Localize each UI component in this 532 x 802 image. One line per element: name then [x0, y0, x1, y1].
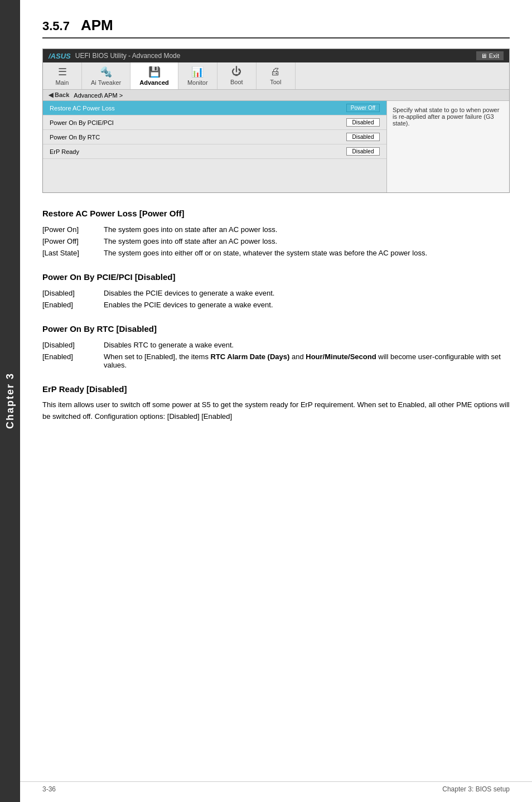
nav-tool-label: Tool: [270, 79, 281, 85]
nav-advanced-label: Advanced: [139, 79, 169, 86]
nav-main[interactable]: ☰ Main: [43, 62, 82, 89]
nav-boot-label: Boot: [230, 79, 243, 85]
tool-icon: 🖨: [270, 66, 280, 78]
monitor-icon: 📊: [191, 66, 204, 78]
doc-heading-restore-ac: Restore AC Power Loss [Power Off]: [42, 209, 510, 218]
table-row: [Last State] The system goes into either…: [42, 247, 510, 259]
main-icon: ☰: [58, 66, 67, 78]
menu-item-erp-ready[interactable]: ErP Ready Disabled: [43, 144, 386, 159]
exit-icon: 🖥: [481, 52, 487, 59]
bios-nav: ☰ Main 🔩 Ai Tweaker 💾 Advanced 📊 Monitor…: [43, 62, 509, 90]
erp-ready-value: Disabled: [346, 147, 380, 156]
doc-table-power-rtc: [Disabled] Disables RTC to generate a wa…: [42, 339, 510, 371]
main-content: 3.5.7 APM /ASUS UEFI BIOS Utility - Adva…: [20, 0, 532, 458]
erp-ready-body: This item allows user to switch off some…: [42, 399, 510, 423]
bios-left-panel: Restore AC Power Loss Power Off Power On…: [43, 101, 386, 192]
table-row: [Power On] The system goes into on state…: [42, 224, 510, 235]
bios-right-panel: Specify what state to go to when power i…: [386, 101, 509, 192]
power-rtc-value: Disabled: [346, 133, 380, 141]
nav-monitor[interactable]: 📊 Monitor: [178, 62, 217, 89]
section-heading: 3.5.7 APM: [42, 17, 510, 38]
restore-ac-value: Power Off: [346, 104, 380, 112]
nav-ai-tweaker[interactable]: 🔩 Ai Tweaker: [82, 62, 130, 89]
desc-enabled-rtc: When set to [Enabled], the items RTC Ala…: [104, 351, 510, 371]
back-button[interactable]: ◀ Back: [49, 91, 69, 99]
breadcrumb-path: Advanced\ APM >: [74, 92, 123, 99]
nav-main-label: Main: [56, 79, 69, 86]
boot-icon: ⏻: [231, 66, 241, 78]
asus-logo: /ASUS: [49, 52, 71, 60]
exit-label: Exit: [489, 52, 499, 59]
bios-breadcrumb: ◀ Back Advanced\ APM >: [43, 90, 509, 101]
ai-tweaker-icon: 🔩: [100, 66, 112, 78]
menu-item-power-rtc[interactable]: Power On By RTC Disabled: [43, 130, 386, 144]
doc-heading-power-pcie: Power On By PCIE/PCI [Disabled]: [42, 272, 510, 282]
option-power-off: [Power Off]: [42, 235, 104, 247]
bios-titlebar-left: /ASUS UEFI BIOS Utility - Advanced Mode: [49, 52, 180, 60]
desc-last-state: The system goes into either off or on st…: [104, 247, 510, 259]
nav-advanced[interactable]: 💾 Advanced: [130, 62, 178, 89]
doc-section-power-rtc: Power On By RTC [Disabled] [Disabled] Di…: [42, 324, 510, 371]
chapter-sidebar: Chapter 3: [0, 0, 20, 802]
table-row: [Power Off] The system goes into off sta…: [42, 235, 510, 247]
footer-right: Chapter 3: BIOS setup: [442, 785, 510, 793]
doc-table-power-pcie: [Disabled] Disables the PCIE devices to …: [42, 287, 510, 311]
desc-disabled-rtc: Disables RTC to generate a wake event.: [104, 339, 510, 351]
nav-boot[interactable]: ⏻ Boot: [217, 62, 257, 89]
erp-ready-label: ErP Ready: [50, 148, 346, 155]
option-power-on: [Power On]: [42, 224, 104, 235]
option-enabled-rtc: [Enabled]: [42, 351, 104, 371]
bios-exit-button[interactable]: 🖥 Exit: [476, 51, 504, 60]
bios-body: Restore AC Power Loss Power Off Power On…: [43, 101, 509, 192]
doc-table-restore-ac: [Power On] The system goes into on state…: [42, 224, 510, 259]
restore-ac-label: Restore AC Power Loss: [50, 105, 346, 112]
menu-item-power-pcie[interactable]: Power On By PCIE/PCI Disabled: [43, 115, 386, 130]
doc-section-power-pcie: Power On By PCIE/PCI [Disabled] [Disable…: [42, 272, 510, 311]
nav-ai-tweaker-label: Ai Tweaker: [91, 79, 121, 86]
table-row: [Enabled] Enables the PCIE devices to ge…: [42, 299, 510, 311]
bios-titlebar: /ASUS UEFI BIOS Utility - Advanced Mode …: [43, 49, 509, 62]
desc-power-on: The system goes into on state after an A…: [104, 224, 510, 235]
bios-ui: /ASUS UEFI BIOS Utility - Advanced Mode …: [42, 49, 510, 193]
section-number: 3.5.7: [42, 19, 70, 33]
nav-monitor-label: Monitor: [187, 79, 208, 86]
power-rtc-label: Power On By RTC: [50, 134, 346, 141]
nav-tool[interactable]: 🖨 Tool: [257, 62, 296, 89]
desc-power-off: The system goes into off state after an …: [104, 235, 510, 247]
menu-item-restore-ac[interactable]: Restore AC Power Loss Power Off: [43, 101, 386, 115]
doc-section-erp-ready: ErP Ready [Disabled] This item allows us…: [42, 384, 510, 423]
option-enabled-pcie: [Enabled]: [42, 299, 104, 311]
section-title: APM: [81, 17, 113, 34]
chapter-label: Chapter 3: [4, 373, 16, 429]
option-disabled-pcie: [Disabled]: [42, 287, 104, 299]
doc-section-restore-ac: Restore AC Power Loss [Power Off] [Power…: [42, 209, 510, 259]
page-footer: 3-36 Chapter 3: BIOS setup: [20, 781, 532, 793]
option-last-state: [Last State]: [42, 247, 104, 259]
bios-right-text: Specify what state to go to when power i…: [393, 107, 499, 127]
table-row: [Disabled] Disables RTC to generate a wa…: [42, 339, 510, 351]
desc-disabled-pcie: Disables the PCIE devices to generate a …: [104, 287, 510, 299]
doc-heading-power-rtc: Power On By RTC [Disabled]: [42, 324, 510, 334]
advanced-icon: 💾: [148, 66, 161, 78]
doc-heading-erp-ready: ErP Ready [Disabled]: [42, 384, 510, 394]
option-disabled-rtc: [Disabled]: [42, 339, 104, 351]
power-pcie-value: Disabled: [346, 118, 380, 127]
table-row: [Enabled] When set to [Enabled], the ite…: [42, 351, 510, 371]
bios-title-text: UEFI BIOS Utility - Advanced Mode: [75, 52, 181, 60]
footer-left: 3-36: [42, 785, 56, 793]
desc-enabled-pcie: Enables the PCIE devices to generate a w…: [104, 299, 510, 311]
bios-empty-space: [43, 159, 386, 192]
power-pcie-label: Power On By PCIE/PCI: [50, 119, 346, 126]
table-row: [Disabled] Disables the PCIE devices to …: [42, 287, 510, 299]
